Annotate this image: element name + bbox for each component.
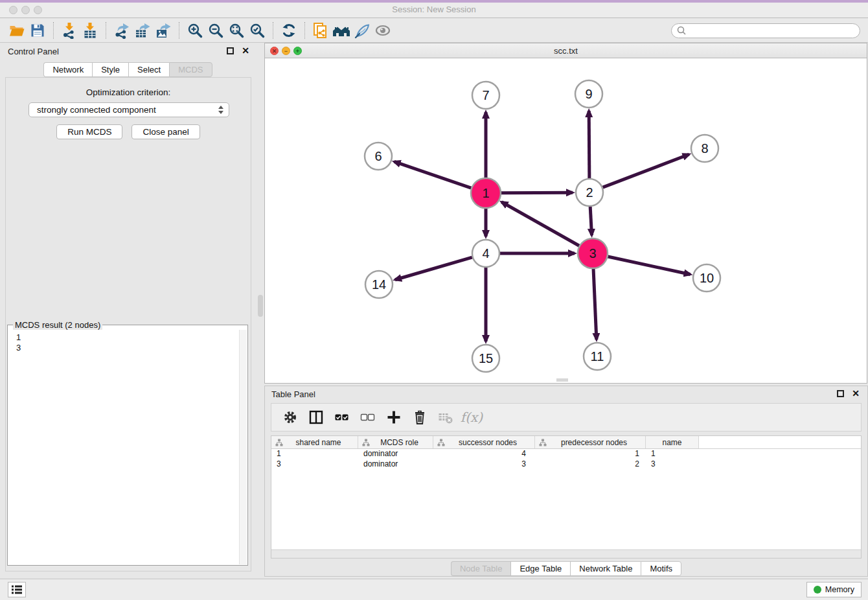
- delete-column-icon[interactable]: [411, 409, 428, 426]
- table-tabs: Node Table Edge Table Network Table Moti…: [265, 561, 867, 576]
- cell-name[interactable]: 3: [646, 459, 699, 470]
- settings-gear-icon[interactable]: [282, 409, 299, 426]
- graph-node-label-15: 15: [479, 351, 493, 365]
- graph-node-label-7: 7: [482, 88, 489, 102]
- graph-edge-1-2[interactable]: [501, 192, 573, 193]
- zoom-in-icon[interactable]: [185, 20, 205, 41]
- network-window-titlebar[interactable]: ✕ − + scc.txt: [265, 43, 867, 58]
- delete-table-icon[interactable]: [437, 409, 454, 426]
- control-panel-float-icon[interactable]: [227, 47, 234, 54]
- cell-shared-name[interactable]: 1: [271, 449, 358, 459]
- result-scrollbar[interactable]: [239, 330, 247, 564]
- application-window: Session: New Session: [0, 0, 868, 600]
- graph-edge-3-10[interactable]: [608, 257, 690, 274]
- graph-node-label-3: 3: [589, 246, 596, 260]
- canvas-scroll-nub[interactable]: [556, 378, 568, 382]
- cell-name[interactable]: 1: [646, 449, 699, 459]
- column-header-predecessor-nodes[interactable]: predecessor nodes: [535, 436, 646, 448]
- table-row[interactable]: 3 dominator 3 2 3: [271, 459, 861, 470]
- node-table[interactable]: shared name MCDS role successor nodes pr…: [271, 435, 862, 559]
- graph-edge-2-3[interactable]: [590, 207, 591, 235]
- table-row[interactable]: 1 dominator 4 1 1: [271, 449, 861, 459]
- network-from-file-icon[interactable]: [310, 20, 331, 41]
- graph-edge-4-14[interactable]: [395, 257, 472, 280]
- mcds-result-list[interactable]: 1 3: [8, 330, 239, 564]
- optimization-criterion-label: Optimization criterion:: [6, 87, 251, 97]
- uncheck-all-columns-icon[interactable]: [360, 409, 376, 426]
- graph-edge-2-9[interactable]: [589, 111, 589, 178]
- main-toolbar: [0, 19, 868, 43]
- zoom-fit-icon[interactable]: [226, 20, 247, 41]
- refresh-icon[interactable]: [279, 20, 299, 41]
- run-mcds-button[interactable]: Run MCDS: [56, 124, 122, 139]
- search-input[interactable]: [689, 26, 854, 36]
- toolbar-separator: [53, 22, 54, 39]
- table-panel: Table Panel ✕: [264, 386, 868, 577]
- cell-predecessor-nodes[interactable]: 1: [535, 449, 646, 459]
- export-table-icon[interactable]: [132, 20, 153, 41]
- tab-network-table[interactable]: Network Table: [570, 561, 641, 576]
- check-all-columns-icon[interactable]: [334, 409, 350, 426]
- export-network-icon[interactable]: [111, 20, 132, 41]
- task-history-button[interactable]: [8, 582, 26, 597]
- fx-label: f(x): [461, 410, 483, 425]
- cell-predecessor-nodes[interactable]: 2: [535, 459, 646, 470]
- table-panel-float-icon[interactable]: [837, 390, 844, 397]
- zoom-out-icon[interactable]: [205, 20, 226, 41]
- save-session-icon[interactable]: [27, 20, 48, 41]
- memory-status-icon: [814, 586, 821, 594]
- cell-successor-nodes[interactable]: 3: [433, 459, 535, 470]
- export-image-icon[interactable]: [153, 20, 174, 41]
- tab-network[interactable]: Network: [43, 62, 92, 77]
- column-header-mcds-role[interactable]: MCDS role: [358, 436, 433, 448]
- table-horizontal-scrollbar[interactable]: [271, 549, 861, 558]
- column-panel-icon[interactable]: [308, 409, 325, 426]
- cell-shared-name[interactable]: 3: [271, 459, 358, 470]
- style-brush-icon[interactable]: [352, 20, 372, 41]
- cell-mcds-role[interactable]: dominator: [358, 449, 433, 459]
- import-table-icon[interactable]: [80, 20, 100, 41]
- network-canvas[interactable]: 7968124314101511: [265, 59, 867, 383]
- list-icon: [11, 584, 23, 595]
- function-builder-icon[interactable]: f(x): [463, 409, 480, 426]
- mcds-result-item[interactable]: 1: [16, 332, 239, 343]
- title-bar: Session: New Session: [0, 0, 868, 18]
- import-network-icon[interactable]: [59, 20, 80, 41]
- memory-button[interactable]: Memory: [806, 582, 862, 597]
- memory-label: Memory: [825, 585, 854, 594]
- tab-edge-table[interactable]: Edge Table: [510, 561, 570, 576]
- panel-divider-handle[interactable]: [258, 295, 263, 317]
- cell-mcds-role[interactable]: dominator: [358, 459, 433, 470]
- home-icon[interactable]: [331, 20, 352, 41]
- mcds-result-item[interactable]: 3: [16, 343, 239, 353]
- network-window-title: scc.txt: [265, 46, 867, 56]
- graph-edge-3-11[interactable]: [593, 269, 597, 340]
- close-panel-button[interactable]: Close panel: [131, 124, 200, 139]
- toolbar-separator: [106, 22, 106, 39]
- open-session-icon[interactable]: [6, 20, 27, 41]
- table-panel-close-icon[interactable]: ✕: [852, 388, 860, 398]
- zoom-selected-icon[interactable]: [247, 20, 268, 41]
- graph-edge-3-1[interactable]: [501, 202, 579, 246]
- tab-select[interactable]: Select: [128, 62, 169, 77]
- add-column-icon[interactable]: [385, 409, 402, 426]
- mcds-result-title: MCDS result (2 nodes): [13, 320, 102, 330]
- tab-style[interactable]: Style: [92, 62, 128, 77]
- table-header-row: shared name MCDS role successor nodes pr…: [271, 436, 861, 449]
- graphics-details-eye-icon[interactable]: [372, 20, 393, 41]
- tab-motifs[interactable]: Motifs: [641, 561, 681, 576]
- tab-node-table[interactable]: Node Table: [451, 561, 511, 576]
- graph-node-label-2: 2: [586, 185, 593, 200]
- column-header-shared-name[interactable]: shared name: [271, 436, 358, 448]
- status-bar: Memory: [0, 579, 868, 600]
- graph-edge-1-6[interactable]: [394, 161, 472, 188]
- column-header-successor-nodes[interactable]: successor nodes: [433, 436, 535, 448]
- optimization-criterion-select[interactable]: strongly connected component: [29, 102, 229, 117]
- tab-mcds[interactable]: MCDS: [169, 62, 212, 77]
- cell-successor-nodes[interactable]: 4: [433, 449, 535, 459]
- graph-edge-2-8[interactable]: [603, 154, 689, 187]
- control-panel-close-icon[interactable]: ✕: [242, 45, 249, 56]
- network-graph[interactable]: 7968124314101511: [265, 59, 867, 384]
- column-header-name[interactable]: name: [646, 436, 699, 448]
- search-box[interactable]: [671, 23, 860, 38]
